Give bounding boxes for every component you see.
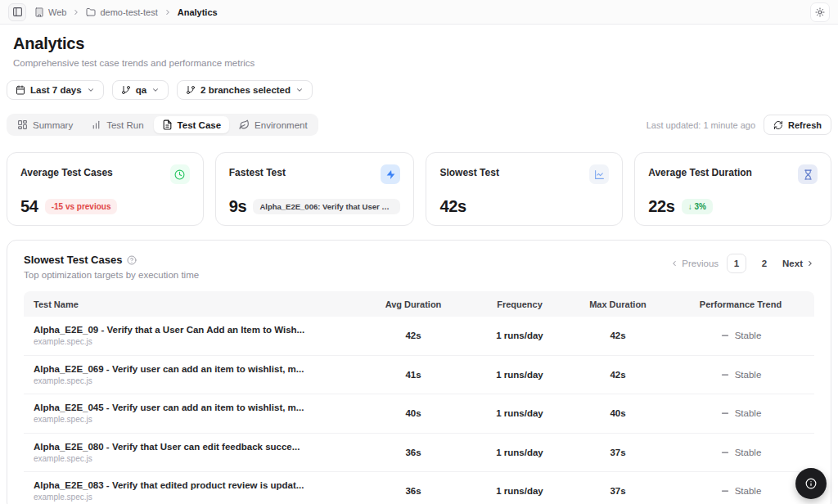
info-fab-button[interactable] xyxy=(795,468,827,499)
test-file: example.spec.js xyxy=(34,493,346,502)
column-avg-duration: Avg Duration xyxy=(356,299,471,309)
max-duration-value: 37s xyxy=(569,448,667,457)
breadcrumb-item-project[interactable]: demo-test-test xyxy=(86,7,157,17)
bar-chart-icon xyxy=(91,119,101,130)
page-2-button[interactable]: 2 xyxy=(755,254,774,273)
file-text-icon xyxy=(162,119,173,130)
chevron-down-icon xyxy=(295,86,304,94)
frequency-value: 1 runs/day xyxy=(471,370,569,380)
minus-stable-icon xyxy=(720,370,730,380)
chevron-right-icon xyxy=(164,8,172,16)
folder-icon xyxy=(86,7,96,17)
next-page-button[interactable]: Next xyxy=(782,259,814,268)
test-file: example.spec.js xyxy=(34,415,346,424)
avg-duration-value: 36s xyxy=(356,486,471,496)
chevron-down-icon xyxy=(151,86,160,94)
chevron-left-icon xyxy=(670,259,678,268)
test-name: Alpha_E2E_069 - Verify user can add an i… xyxy=(34,364,346,374)
max-duration-value: 37s xyxy=(569,486,667,496)
avg-duration-value: 42s xyxy=(356,331,471,340)
tab-group: Summary Test Run Test Case Environment xyxy=(7,114,318,136)
chevron-right-icon xyxy=(72,8,80,16)
leaf-icon xyxy=(239,119,250,130)
stat-card-average-test-duration: Average Test Duration 22s ↓ 3% xyxy=(634,152,831,226)
performance-trend-value: Stable xyxy=(667,448,814,457)
test-file: example.spec.js xyxy=(34,454,346,463)
table-header-row: Test Name Avg Duration Frequency Max Dur… xyxy=(24,291,814,317)
stat-value: 42s xyxy=(439,197,466,216)
page-title: Analytics xyxy=(13,34,825,53)
theme-toggle-button[interactable] xyxy=(810,2,830,22)
branches-dropdown[interactable]: 2 branches selected xyxy=(177,80,313,100)
filter-bar: Last 7 days qa 2 branches selected xyxy=(7,80,831,100)
performance-trend-value: Stable xyxy=(667,408,814,418)
frequency-value: 1 runs/day xyxy=(471,331,569,340)
table-row[interactable]: Alpha_E2E_080 - Verify that User can edi… xyxy=(24,434,814,473)
max-duration-value: 40s xyxy=(569,408,667,418)
delta-badge: ↓ 3% xyxy=(682,199,713,214)
test-file: example.spec.js xyxy=(34,376,346,385)
date-range-dropdown[interactable]: Last 7 days xyxy=(7,80,104,100)
test-name: Alpha_E2E_083 - Verify that edited produ… xyxy=(34,480,346,490)
pagination: Previous 1 2 Next xyxy=(670,254,814,273)
tab-test-case[interactable]: Test Case xyxy=(154,116,229,133)
avg-duration-value: 36s xyxy=(356,448,471,457)
test-name: Alpha_E2E_09 - Verify that a User Can Ad… xyxy=(34,325,346,335)
frequency-value: 1 runs/day xyxy=(471,408,569,418)
section-title: Slowest Test Cases xyxy=(24,254,122,266)
table-row[interactable]: Alpha_E2E_083 - Verify that edited produ… xyxy=(24,472,814,504)
top-bar: Web demo-test-test Analytics xyxy=(0,0,838,25)
page-subtitle: Comprehensive test case trends and perfo… xyxy=(13,58,825,68)
stat-card-slowest-test: Slowest Test 42s xyxy=(426,152,623,226)
help-circle-icon[interactable] xyxy=(127,255,137,265)
environment-dropdown[interactable]: qa xyxy=(112,80,169,100)
avg-duration-value: 41s xyxy=(356,370,471,380)
refresh-button[interactable]: Refresh xyxy=(764,115,831,135)
stat-card-average-test-cases: Average Test Cases 54 -15 vs previous xyxy=(7,152,204,226)
refresh-icon xyxy=(773,120,783,130)
stat-card-fastest-test: Fastest Test 9s Alpha_E2E_006: Verify th… xyxy=(215,152,415,226)
tab-test-run[interactable]: Test Run xyxy=(83,116,151,133)
frequency-value: 1 runs/day xyxy=(471,448,569,457)
test-name: Alpha_E2E_080 - Verify that User can edi… xyxy=(34,442,346,452)
test-name-badge: Alpha_E2E_006: Verify that User Can Upd.… xyxy=(253,199,400,214)
zap-icon xyxy=(381,164,400,184)
chevron-down-icon xyxy=(87,86,95,94)
slowest-test-cases-section: Slowest Test Cases Top optimization targ… xyxy=(7,240,831,504)
frequency-value: 1 runs/day xyxy=(471,486,569,496)
test-file: example.spec.js xyxy=(34,337,346,346)
table-row[interactable]: Alpha_E2E_09 - Verify that a User Can Ad… xyxy=(24,317,814,356)
stat-value: 9s xyxy=(229,197,247,216)
stat-value: 54 xyxy=(20,197,38,216)
sun-icon xyxy=(815,7,825,17)
previous-page-button[interactable]: Previous xyxy=(670,259,719,268)
tab-environment[interactable]: Environment xyxy=(231,116,316,133)
section-subtitle: Top optimization targets by execution ti… xyxy=(24,270,199,280)
info-icon xyxy=(805,478,817,489)
tab-bar: Summary Test Run Test Case Environment L… xyxy=(7,114,831,136)
sidebar-toggle-button[interactable] xyxy=(8,3,26,21)
breadcrumb: Web demo-test-test Analytics xyxy=(34,7,218,17)
column-performance-trend: Performance Trend xyxy=(667,299,814,309)
chevron-right-icon xyxy=(806,259,814,268)
max-duration-value: 42s xyxy=(569,370,667,380)
panel-left-icon xyxy=(12,7,23,17)
tab-summary[interactable]: Summary xyxy=(9,116,81,133)
page-1-button[interactable]: 1 xyxy=(727,254,746,273)
table-row[interactable]: Alpha_E2E_069 - Verify user can add an i… xyxy=(24,356,814,395)
performance-trend-value: Stable xyxy=(667,370,814,380)
breadcrumb-item-analytics[interactable]: Analytics xyxy=(178,7,218,17)
performance-trend-value: Stable xyxy=(667,486,814,496)
table-row[interactable]: Alpha_E2E_045 - Verify user can add an i… xyxy=(24,394,814,434)
delta-badge: -15 vs previous xyxy=(45,199,118,214)
stat-value: 22s xyxy=(648,197,674,216)
line-chart-icon xyxy=(589,164,609,184)
breadcrumb-item-web[interactable]: Web xyxy=(34,7,66,17)
minus-stable-icon xyxy=(720,448,730,457)
test-name: Alpha_E2E_045 - Verify user can add an i… xyxy=(34,403,346,412)
hourglass-icon xyxy=(798,164,818,184)
dashboard-icon xyxy=(17,119,28,130)
minus-stable-icon xyxy=(720,331,730,340)
column-max-duration: Max Duration xyxy=(569,299,667,309)
column-frequency: Frequency xyxy=(471,299,569,309)
